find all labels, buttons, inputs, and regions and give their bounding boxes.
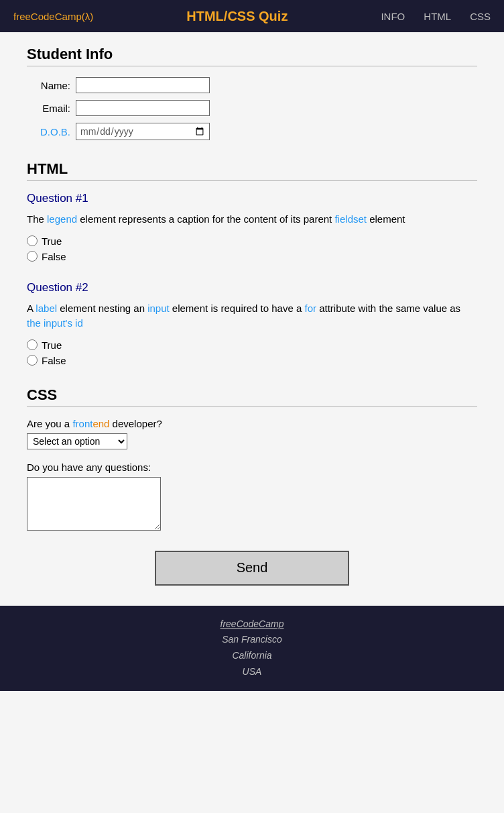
css-section: CSS Are you a frontend developer? Select… — [27, 386, 477, 531]
q2-false-radio[interactable] — [27, 355, 38, 366]
student-info-divider — [27, 66, 477, 66]
student-info-section: Student Info Name: Email: D.O.B. — [27, 46, 477, 140]
dob-label: D.O.B. — [27, 126, 70, 138]
html-heading: HTML — [27, 160, 477, 178]
name-input[interactable] — [76, 77, 210, 93]
questions-textarea[interactable] — [27, 477, 161, 531]
footer-link: freeCodeCamp — [0, 616, 504, 633]
email-label: Email: — [27, 103, 70, 114]
q2-true-option: True — [27, 339, 477, 351]
questions-colon: : — [148, 462, 151, 473]
nav-links: INFO HTML CSS — [381, 11, 491, 22]
q1-true-radio[interactable] — [27, 235, 38, 246]
q2-true-label[interactable]: True — [42, 339, 62, 351]
footer: freeCodeCamp San Francisco California US… — [0, 606, 504, 691]
question-1-block: Question #1 The legend element represent… — [27, 192, 477, 262]
css-heading: CSS — [27, 386, 477, 404]
footer-country: USA — [0, 664, 504, 680]
nav-logo-text: freeCodeCamp — [13, 11, 82, 22]
question-2-text: A label element nesting an input element… — [27, 301, 477, 331]
nav-link-html[interactable]: HTML — [424, 11, 451, 22]
q2-highlight-inputid: the input's id — [27, 317, 83, 329]
dob-input[interactable] — [76, 123, 210, 140]
q1-true-option: True — [27, 235, 477, 247]
frontend-label: Are you a frontend developer? — [27, 418, 477, 429]
q2-false-label[interactable]: False — [42, 355, 66, 366]
question-1-text: The legend element represents a caption … — [27, 212, 477, 227]
question-2-title: Question #2 — [27, 281, 477, 294]
send-button[interactable]: Send — [155, 551, 349, 586]
html-section: HTML Question #1 The legend element repr… — [27, 160, 477, 366]
q2-highlight-for: for — [304, 303, 316, 314]
main-content: Student Info Name: Email: D.O.B. HTML Qu… — [0, 32, 504, 586]
question-2-block: Question #2 A label element nesting an i… — [27, 281, 477, 366]
q1-false-option: False — [27, 251, 477, 262]
email-row: Email: — [27, 100, 477, 116]
frontend-highlight-front: front — [72, 418, 92, 429]
q2-true-radio[interactable] — [27, 339, 38, 350]
frontend-select[interactable]: Select an option Yes No — [27, 433, 127, 449]
nav-link-css[interactable]: CSS — [470, 11, 491, 22]
questions-label: Do you have any questions: — [27, 462, 477, 473]
q1-true-label[interactable]: True — [42, 235, 62, 247]
footer-fcc-link[interactable]: freeCodeCamp — [220, 618, 284, 629]
q2-false-option: False — [27, 355, 477, 366]
email-input[interactable] — [76, 100, 210, 116]
q2-highlight-input: input — [147, 303, 170, 314]
name-row: Name: — [27, 77, 477, 93]
nav-logo: freeCodeCamp(λ) — [13, 11, 93, 22]
navbar: freeCodeCamp(λ) HTML/CSS Quiz INFO HTML … — [0, 0, 504, 32]
footer-state: California — [0, 648, 504, 664]
css-divider — [27, 406, 477, 407]
nav-link-info[interactable]: INFO — [381, 11, 405, 22]
q1-false-label[interactable]: False — [42, 251, 66, 262]
question-1-title: Question #1 — [27, 192, 477, 205]
frontend-highlight-end: end — [92, 418, 109, 429]
q2-highlight-label: label — [36, 303, 57, 314]
q1-highlight-fieldset: fieldset — [334, 213, 367, 225]
nav-logo-symbol: (λ) — [82, 11, 94, 22]
student-info-heading: Student Info — [27, 46, 477, 63]
q1-highlight-legend: legend — [47, 213, 77, 225]
dob-row: D.O.B. — [27, 123, 477, 140]
name-label: Name: — [27, 80, 70, 91]
nav-title: HTML/CSS Quiz — [186, 9, 288, 24]
q1-false-radio[interactable] — [27, 251, 38, 262]
send-button-wrap: Send — [27, 551, 477, 586]
html-divider — [27, 180, 477, 181]
footer-city: San Francisco — [0, 632, 504, 648]
